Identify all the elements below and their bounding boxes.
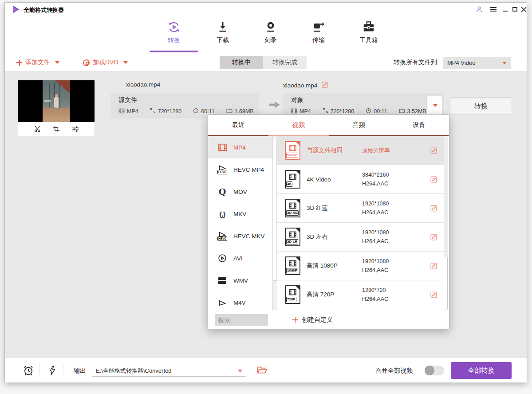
film-icon — [118, 108, 125, 115]
plus-icon — [292, 317, 298, 323]
active-nav-underline — [150, 51, 198, 52]
popup-tab-recent[interactable]: 最近 — [208, 115, 268, 135]
resolution-icon — [323, 108, 328, 115]
video-file-icon: 3D RB — [285, 199, 300, 217]
maximize-button[interactable] — [510, 5, 520, 13]
profile-list: source 与源文件相同 原始分辨率 4K 4K Video 3840*216… — [277, 136, 444, 310]
format-picker-popup: 最近 视频 音频 设备 MP4 HEVC HEVC MP4 Q MOV {,} — [208, 114, 449, 329]
edit-profile-icon[interactable] — [430, 291, 437, 299]
sidebar-scrollbar[interactable] — [273, 136, 277, 310]
popup-tab-audio[interactable]: 音频 — [329, 115, 389, 135]
titlebar: 全能格式转换器 — [5, 3, 527, 16]
nav-tab-convert[interactable]: 转换 — [154, 20, 194, 44]
output-path-input[interactable] — [92, 365, 246, 377]
size-icon — [226, 108, 233, 115]
profile-row-1080p[interactable]: 1080P 高清 1080P 1920*1080H264,AAC — [277, 252, 444, 280]
close-button[interactable] — [519, 5, 528, 13]
format-item-m4v[interactable]: M4V — [208, 292, 272, 310]
profile-row-3d-rb[interactable]: 3D RB 3D 红蓝 1920*1080H264,AAC — [277, 194, 444, 223]
convert-row-button[interactable]: 转换 — [451, 97, 511, 115]
convert-icon — [154, 20, 194, 35]
profile-list-scrollbar[interactable] — [444, 136, 448, 310]
load-dvd-button[interactable]: 加载DVD — [83, 54, 128, 71]
download-icon — [203, 20, 243, 35]
app-title: 全能格式转换器 — [24, 6, 64, 14]
nav-tab-burn[interactable]: 刻录 — [251, 20, 291, 44]
format-item-mov[interactable]: Q MOV — [208, 181, 272, 203]
output-path-combobox — [92, 365, 246, 377]
account-icon[interactable] — [474, 5, 484, 13]
output-label: 输出 — [74, 367, 86, 375]
schedule-icon[interactable] — [23, 365, 34, 376]
duration-icon — [366, 108, 371, 115]
profile-row-3d-lr[interactable]: 3D LR 3D 左右 1920*1080H264,AAC — [277, 223, 444, 252]
edit-profile-icon[interactable] — [430, 176, 437, 183]
open-folder-icon[interactable] — [257, 366, 267, 374]
video-file-icon: 4K — [285, 170, 300, 189]
main-nav: 转换 下载 刻录 — [5, 16, 527, 54]
toolbox-icon — [349, 20, 389, 35]
output-format-dropdown[interactable]: MP4 Video — [443, 57, 511, 69]
effects-icon[interactable] — [71, 126, 79, 133]
format-item-avi[interactable]: AVI — [208, 247, 272, 269]
size-icon — [399, 108, 405, 115]
target-title: 对象 — [291, 96, 436, 104]
popup-bottom-bar: 创建自定义 — [208, 310, 449, 329]
toolbar: 添加文件 加载DVD 转换中 转换完成 转换所有文件到: MP4 Video — [5, 54, 527, 71]
merge-videos-toggle[interactable] — [425, 366, 444, 375]
crop-icon[interactable] — [53, 126, 60, 133]
chevron-down-icon — [55, 61, 59, 64]
merge-videos-label: 合并全部视频 — [375, 367, 413, 375]
profile-row-4k[interactable]: 4K 4K Video 3840*2160H264,AAC — [277, 165, 444, 194]
burn-disc-icon — [251, 20, 291, 35]
profile-row-source[interactable]: source 与源文件相同 原始分辨率 — [277, 136, 444, 165]
divider — [63, 364, 63, 377]
film-icon — [291, 108, 297, 115]
edit-profile-icon[interactable] — [430, 205, 437, 212]
app-window: 全能格式转换器 转换 — [4, 2, 527, 382]
edit-profile-icon[interactable] — [430, 147, 437, 154]
bottom-bar: 输出 合并全部视频 全部转换 — [5, 358, 527, 382]
popup-tab-device[interactable]: 设备 — [389, 115, 449, 135]
plus-icon — [16, 60, 22, 66]
format-item-wmv[interactable]: WMV — [208, 269, 272, 292]
dvd-disc-icon — [83, 59, 90, 66]
format-item-hevc-mkv[interactable]: HEVC HEVC MKV — [208, 225, 272, 247]
source-title: 源文件 — [118, 96, 251, 104]
rename-icon[interactable] — [321, 81, 328, 90]
tab-finished[interactable]: 转换完成 — [263, 56, 307, 69]
convert-all-button[interactable]: 全部转换 — [451, 362, 512, 379]
search-input[interactable] — [215, 314, 268, 326]
mkv-braces-icon: {,} — [216, 210, 229, 218]
hevc-play-icon: HEVC — [216, 165, 229, 174]
minimize-button[interactable] — [500, 5, 510, 13]
create-custom-button[interactable]: 创建自定义 — [292, 314, 333, 326]
m4v-play-icon — [216, 300, 229, 306]
profile-row-720p[interactable]: 720P 高清 720P 1280*720H264,AAC — [277, 280, 444, 309]
format-item-mkv[interactable]: {,} MKV — [208, 203, 272, 225]
format-item-mp4[interactable]: MP4 — [208, 136, 272, 158]
high-speed-icon[interactable] — [47, 365, 57, 376]
source-filename: xiaodao.mp4 — [126, 81, 160, 88]
target-format-dropdown-button[interactable] — [426, 96, 442, 115]
app-logo-icon — [13, 6, 19, 13]
tab-converting[interactable]: 转换中 — [220, 56, 263, 69]
popup-tab-video[interactable]: 视频 — [268, 115, 329, 135]
trim-icon[interactable] — [34, 125, 41, 133]
chevron-down-icon — [433, 104, 437, 107]
nav-tab-download[interactable]: 下载 — [203, 20, 243, 44]
edit-profile-icon[interactable] — [430, 262, 437, 270]
hevc-play-icon: HEVC — [216, 232, 229, 241]
clapperboard-icon — [216, 277, 229, 284]
format-sidebar: MP4 HEVC HEVC MP4 Q MOV {,} MKV HEVC HEV — [208, 136, 273, 310]
edit-profile-icon[interactable] — [430, 233, 437, 241]
menu-icon[interactable] — [489, 5, 498, 13]
duration-icon — [193, 108, 199, 115]
status-tabs: 转换中 转换完成 — [220, 56, 307, 69]
nav-tab-toolbox[interactable]: 工具箱 — [349, 20, 389, 44]
add-files-button[interactable]: 添加文件 — [16, 54, 59, 71]
format-item-hevc-mp4[interactable]: HEVC HEVC MP4 — [208, 158, 272, 181]
chevron-down-icon[interactable] — [238, 370, 242, 372]
video-thumbnail[interactable] — [18, 80, 95, 122]
nav-tab-transfer[interactable]: 传输 — [299, 20, 339, 44]
